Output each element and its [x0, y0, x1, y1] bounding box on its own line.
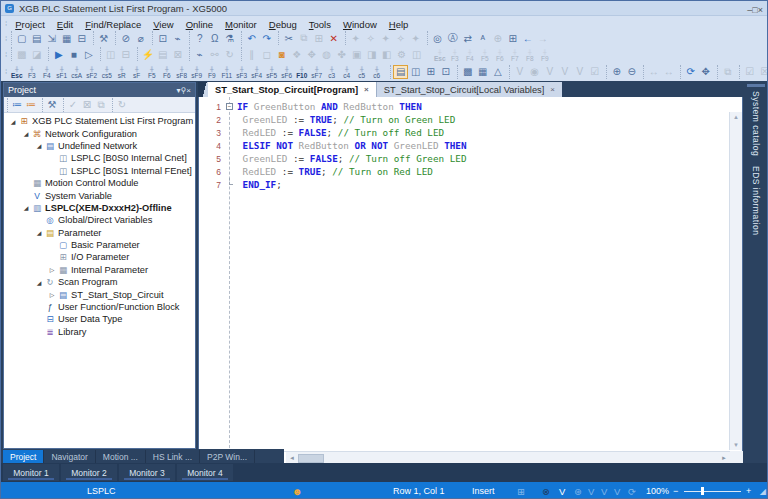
flash-write-icon[interactable]: ⚡	[140, 47, 155, 61]
right-tab-eds-information[interactable]: EDS information	[751, 166, 761, 235]
monitor-display-icon[interactable]: ⊡	[155, 31, 170, 45]
tree-item-undefined-network[interactable]: ◢▤Undefined Network	[4, 140, 195, 152]
fkey-f5[interactable]: ╫F5	[477, 46, 492, 63]
tree-expander-icon[interactable]: ◢	[34, 229, 44, 236]
var-monitor-1-icon[interactable]: V	[512, 65, 527, 79]
fkey-f3[interactable]: ╫F3	[24, 63, 39, 80]
code-line[interactable]: 1−IF GreenButton AND RedButton THEN	[199, 100, 728, 113]
zoom-in-icon[interactable]: ⊕	[609, 65, 624, 79]
check-off-icon[interactable]: ☒	[757, 65, 768, 79]
scroll-right-icon[interactable]: ►	[718, 455, 730, 461]
tree-item-io-parameter[interactable]: ⊞I/O Parameter	[4, 251, 195, 263]
fkey-esc[interactable]: ╫Esc	[432, 46, 447, 63]
swap-icon[interactable]: ⇄	[460, 31, 475, 45]
paste-icon[interactable]: ⊞	[311, 31, 326, 45]
table-view-icon[interactable]: ⊞	[505, 31, 520, 45]
fkey-f9[interactable]: ╫F9	[204, 63, 219, 80]
dock-tab-p2p-win[interactable]: P2P Win...	[200, 450, 255, 463]
menu-find-replace[interactable]: Find/Replace	[79, 19, 147, 30]
monitor-tool-5-icon[interactable]: ▣	[349, 47, 364, 61]
tab-close-icon[interactable]: ×	[550, 85, 555, 94]
monitor-tool-3-icon[interactable]: ◍	[319, 47, 334, 61]
tree-expander-icon[interactable]: ◢	[21, 204, 31, 211]
view-devices-icon[interactable]: ≔	[24, 98, 38, 112]
tree-expander-icon[interactable]: ▷	[47, 291, 57, 298]
menu-online[interactable]: Online	[180, 19, 219, 30]
refresh-tree-icon[interactable]: ↻	[115, 98, 129, 112]
fkey-sf7[interactable]: ╫sF7	[309, 63, 324, 80]
rung-tool-1-icon[interactable]: ✦	[348, 31, 363, 45]
monitor-tool-8-icon[interactable]: ⚙	[394, 47, 409, 61]
var-monitor-4-icon[interactable]: V	[557, 65, 572, 79]
status-refresh-icon[interactable]: ⟳	[628, 482, 636, 499]
fkey-f11[interactable]: ╫F11	[219, 63, 234, 80]
fkey-sf5[interactable]: ╫sF5	[264, 63, 279, 80]
zoom-slider[interactable]	[684, 491, 741, 492]
menu-view[interactable]: View	[147, 19, 179, 30]
window-variables-icon[interactable]: ◫	[408, 65, 423, 79]
var-monitor-2-icon[interactable]: ◉	[527, 65, 542, 79]
fkey-sr[interactable]: ╫sR	[114, 63, 129, 80]
find-device-icon[interactable]: ◎	[430, 31, 445, 45]
monitor-tool-4-icon[interactable]: ✤	[334, 47, 349, 61]
vertical-scrollbar[interactable]: ▲ ▼	[729, 112, 742, 450]
menu-help[interactable]: Help	[383, 19, 415, 30]
tree-item-system-variable[interactable]: VSystem Variable	[4, 189, 195, 201]
right-tab-system-catalog[interactable]: System catalog	[751, 91, 761, 156]
help-icon[interactable]: ?	[192, 31, 207, 45]
dock-tab-motion[interactable]: Motion ...	[96, 450, 146, 463]
zoom-in-button[interactable]: +	[746, 482, 751, 499]
tree-item-network-config[interactable]: ◢⌘Network Configuration	[4, 127, 195, 139]
code-line[interactable]: 5 GreenLED := FALSE; // Turn off Green L…	[199, 152, 728, 165]
delete-icon[interactable]: ✕	[326, 31, 341, 45]
project-wrench-icon[interactable]: ⚒	[45, 98, 59, 112]
zoom-out-icon[interactable]: ⊖	[624, 65, 639, 79]
code-line[interactable]: 7 END_IF;	[199, 178, 728, 191]
open-project-icon[interactable]: ▤	[29, 31, 44, 45]
fit-screen-icon[interactable]: ✥	[698, 65, 713, 79]
rotate-view-icon[interactable]: ⟳	[683, 65, 698, 79]
tree-item-basic-parameter[interactable]: ▢Basic Parameter	[4, 239, 195, 251]
tree-expander-icon[interactable]: ◢	[21, 130, 31, 137]
fkey-sf6[interactable]: ╫sF6	[279, 63, 294, 80]
io-grid-icon[interactable]: ⊞	[517, 482, 525, 499]
disconnect-icon[interactable]: ⌀	[133, 31, 148, 45]
rung-tool-2-icon[interactable]: ✧	[363, 31, 378, 45]
tree-expander-icon[interactable]: ◢	[8, 118, 18, 125]
monitor-tool-6-icon[interactable]: ◨	[364, 47, 379, 61]
fkey-f4[interactable]: ╫F4	[462, 46, 477, 63]
monitor-tool-2-icon[interactable]: ✥	[304, 47, 319, 61]
find-text-icon[interactable]: Ⓐ	[445, 31, 460, 45]
fkey-f3[interactable]: ╫F3	[447, 46, 462, 63]
undo-icon[interactable]: ↶	[244, 31, 259, 45]
compile-all-icon[interactable]: ◪	[29, 47, 44, 61]
fkey-c3[interactable]: ╫c3	[324, 63, 339, 80]
tree-item-parameter-folder[interactable]: ◢▤Parameter	[4, 227, 195, 239]
duplicate-icon[interactable]: ⧉	[720, 65, 735, 79]
save-project-icon[interactable]: ▦	[59, 31, 74, 45]
menu-debug[interactable]: Debug	[263, 19, 303, 30]
dock-tab-navigator[interactable]: Navigator	[44, 450, 95, 463]
tree-item-internal-parameter[interactable]: ▷▦Internal Parameter	[4, 264, 195, 276]
window-memory-icon[interactable]: ⊡	[438, 65, 453, 79]
cut-icon[interactable]: ✂	[281, 31, 296, 45]
tree-item-fenet-module[interactable]: ◫LSPLC [B0S1 Internal FEnet]	[4, 165, 195, 177]
fkey-c6[interactable]: ╫c6	[369, 63, 384, 80]
fold-collapse-icon[interactable]: −	[226, 103, 233, 110]
fkey-f6[interactable]: ╫F6	[492, 46, 507, 63]
fkey-sf[interactable]: ╫sF	[129, 63, 144, 80]
connection-settings-icon[interactable]: ⊘	[118, 31, 133, 45]
tree-item-project-root[interactable]: ◢⊞XGB PLC Statement List First Program	[4, 115, 195, 127]
resize-grip[interactable]: ◢	[760, 487, 766, 496]
fkey-f5[interactable]: ╫F5	[144, 63, 159, 80]
menu-window[interactable]: Window	[337, 19, 383, 30]
verify-icon[interactable]: ✓	[66, 98, 80, 112]
fkey-cs5[interactable]: ╫cs5	[99, 63, 114, 80]
window-project-icon[interactable]: ▤	[393, 65, 408, 79]
error-indicator-icon[interactable]: ⊗	[542, 482, 550, 499]
tree-expander-icon[interactable]: ▷	[47, 266, 57, 273]
start-monitor-icon[interactable]: ◙	[274, 47, 289, 61]
editor-tab-st-start-stop-circuit-program[interactable]: ST_Start_Stop_Circuit[Program]×	[208, 82, 376, 97]
code-line[interactable]: 6 RedLED := TRUE; // Turn on Red LED	[199, 165, 728, 178]
settings-wrench-icon[interactable]: ⚒	[96, 31, 111, 45]
